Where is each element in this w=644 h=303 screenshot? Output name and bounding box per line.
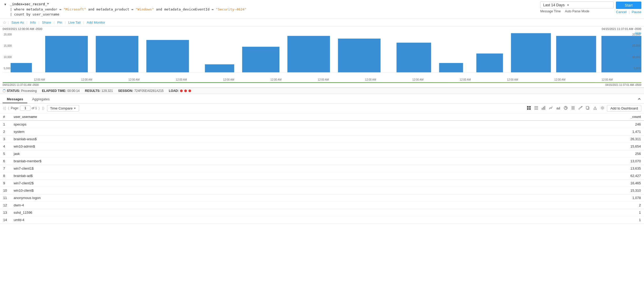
time-compare-button[interactable]: Time Compare ▼ bbox=[47, 105, 79, 112]
query-editor[interactable]: _index=sec_record_* | where metadata_ven… bbox=[10, 2, 538, 17]
table-row: 5 jask 256 bbox=[0, 150, 644, 157]
cell-num: 3 bbox=[0, 135, 11, 143]
query-expand-button[interactable]: ▼ bbox=[3, 2, 8, 7]
svg-rect-8 bbox=[397, 43, 431, 72]
cell-count: 13,070 bbox=[433, 157, 644, 165]
cell-count: 1,471 bbox=[433, 128, 644, 135]
svg-rect-38 bbox=[586, 106, 589, 109]
cell-num: 8 bbox=[0, 172, 11, 179]
cell-num: 5 bbox=[0, 150, 11, 157]
y-label-r2: 15,000 bbox=[632, 44, 640, 47]
svg-rect-0 bbox=[11, 63, 32, 72]
columns-icon bbox=[571, 106, 575, 110]
tab-aggregates[interactable]: Aggregates bbox=[28, 96, 54, 103]
status-label: STATUS: bbox=[7, 89, 20, 93]
collapse-panel-button[interactable] bbox=[637, 97, 641, 102]
svg-rect-9 bbox=[439, 63, 463, 72]
chart-y-labels-left: 20,000 15,000 10,000 5,000 bbox=[4, 33, 12, 70]
svg-rect-18 bbox=[527, 108, 529, 110]
pin-button[interactable]: Pin bbox=[56, 20, 63, 25]
add-monitor-button[interactable]: Add Monitor bbox=[86, 20, 106, 25]
line-chart-button[interactable] bbox=[548, 105, 554, 112]
query-bar: ▼ _index=sec_record_* | where metadata_v… bbox=[0, 0, 644, 19]
table-view-button[interactable] bbox=[526, 105, 532, 112]
pause-link[interactable]: Pause bbox=[632, 10, 641, 14]
cell-count: 1 bbox=[433, 216, 644, 223]
table-row: 7 win7-client1$ 13,635 bbox=[0, 165, 644, 172]
query-line2-mid: and metadata_product = bbox=[86, 7, 135, 11]
status-value: Processing bbox=[21, 89, 37, 93]
page-last-button[interactable]: ⟩⟩ bbox=[41, 106, 45, 111]
cell-username: win7-client1$ bbox=[11, 165, 433, 172]
results-area: Messages Aggregates ⟨⟨ ⟨ Page: of 1 ⟩ ⟩⟩… bbox=[0, 94, 644, 303]
copy-button[interactable] bbox=[585, 105, 591, 112]
svg-rect-22 bbox=[534, 109, 538, 109]
svg-rect-12 bbox=[556, 36, 596, 72]
time-range-picker[interactable]: Last 14 Days ▼ bbox=[540, 2, 614, 8]
cell-num: 12 bbox=[0, 201, 11, 209]
elapsed-value: 00:00:14 bbox=[67, 89, 80, 93]
cell-num: 14 bbox=[0, 216, 11, 223]
export-button[interactable] bbox=[592, 105, 598, 112]
add-to-dashboard-button[interactable]: Add to Dashboard bbox=[607, 105, 641, 112]
chart-date-right: 04/15/2021 11:37:01 AM -0500 bbox=[602, 27, 641, 30]
info-button[interactable]: Info bbox=[29, 20, 37, 25]
col-header-username[interactable]: user_username bbox=[11, 113, 433, 121]
page-next-button[interactable]: ⟩ bbox=[38, 106, 40, 111]
query-line2-v2: "Windows" bbox=[135, 7, 154, 11]
tab-messages[interactable]: Messages bbox=[3, 96, 27, 103]
page-input[interactable] bbox=[20, 106, 30, 111]
svg-point-34 bbox=[580, 107, 581, 108]
y-label-r4: 5,000 bbox=[632, 67, 640, 70]
start-button[interactable]: Start bbox=[616, 2, 641, 9]
time-option-message[interactable]: Message Time bbox=[540, 9, 561, 13]
export-icon bbox=[593, 106, 597, 110]
svg-point-40 bbox=[602, 107, 603, 109]
pie-chart-button[interactable] bbox=[563, 105, 569, 112]
gear-icon bbox=[600, 106, 605, 110]
cell-count: 16,465 bbox=[433, 179, 644, 187]
toolbar-row: ☆ | Save As | Info | Share | Pin | Live … bbox=[0, 19, 644, 26]
save-as-button[interactable]: Save As bbox=[10, 20, 25, 25]
svg-rect-6 bbox=[287, 36, 330, 72]
cell-username: brainlab-member$ bbox=[11, 157, 433, 165]
collapse-icon bbox=[637, 97, 641, 101]
cell-count: 15,654 bbox=[433, 143, 644, 150]
svg-rect-19 bbox=[529, 108, 531, 110]
col-header-count[interactable]: _count bbox=[433, 113, 644, 121]
settings-button[interactable] bbox=[600, 105, 605, 112]
results-label: RESULTS: bbox=[85, 89, 100, 93]
status-left: STATUS: Processing ELAPSED TIME: 00:00:1… bbox=[3, 89, 191, 93]
live-tail-button[interactable]: Live Tail bbox=[67, 20, 82, 25]
bar-chart-button[interactable] bbox=[541, 105, 546, 112]
page-prev-button[interactable]: ⟨ bbox=[7, 106, 10, 111]
col-header-num[interactable]: # bbox=[0, 113, 11, 121]
columns-settings-button[interactable] bbox=[570, 105, 576, 112]
time-option-parse[interactable]: Auto Parse Mode bbox=[565, 9, 589, 13]
y-label-r3: 10,000 bbox=[632, 56, 640, 59]
cell-num: 1 bbox=[0, 121, 11, 128]
table-row: 9 win7-client2$ 16,465 bbox=[0, 179, 644, 187]
load-dot-2 bbox=[184, 90, 187, 92]
share-button[interactable]: Share bbox=[41, 20, 52, 25]
cell-username: sshd_11596 bbox=[11, 209, 433, 216]
cancel-link[interactable]: Cancel bbox=[616, 10, 626, 14]
list-view-button[interactable] bbox=[533, 105, 539, 112]
histogram-chart[interactable] bbox=[3, 30, 641, 72]
table-icon bbox=[527, 106, 531, 110]
page-first-button[interactable]: ⟨⟨ bbox=[3, 106, 6, 111]
svg-rect-11 bbox=[511, 33, 551, 72]
favorite-button[interactable]: ☆ bbox=[3, 20, 6, 25]
cell-username: win10-admin$ bbox=[11, 143, 433, 150]
y-label-1: 20,000 bbox=[4, 33, 12, 36]
app-container: ▼ _index=sec_record_* | where metadata_v… bbox=[0, 0, 644, 303]
query-time-section: Last 14 Days ▼ Message Time Auto Parse M… bbox=[540, 2, 614, 13]
chart-hide-button[interactable]: Hide bbox=[635, 32, 641, 35]
scatter-chart-button[interactable] bbox=[577, 105, 583, 112]
cell-count: 62,427 bbox=[433, 172, 644, 179]
query-line2-pre: | where metadata_vendor = bbox=[10, 7, 64, 11]
area-chart-button[interactable] bbox=[555, 105, 561, 112]
svg-rect-3 bbox=[146, 40, 189, 72]
load-dot-1 bbox=[180, 90, 183, 92]
chart-date-bottom-left: 04/01/2021 11:37:01 AM -0500 bbox=[3, 83, 39, 86]
